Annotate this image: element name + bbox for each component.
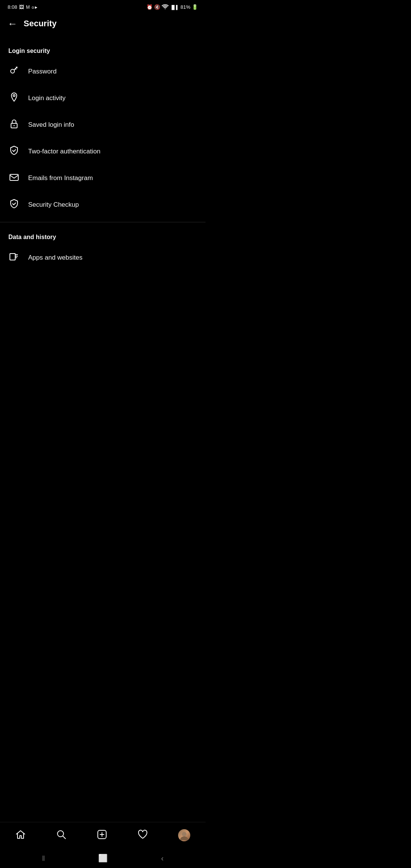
menu-item-security-checkup[interactable]: Security Checkup bbox=[0, 191, 206, 218]
emails-label: Emails from Instagram bbox=[28, 174, 93, 182]
location-icon bbox=[8, 92, 20, 105]
battery-display: 81% 🔋 bbox=[180, 4, 198, 10]
voicemail-icon: o► bbox=[32, 5, 38, 10]
mute-icon: 🔇 bbox=[154, 4, 160, 10]
lock-icon bbox=[8, 118, 20, 131]
photo-icon: 🖼 bbox=[19, 4, 24, 10]
saved-login-label: Saved login info bbox=[28, 121, 74, 129]
alarm-icon: ⏰ bbox=[147, 4, 153, 10]
wifi-icon bbox=[162, 4, 169, 10]
mail-icon bbox=[8, 172, 20, 185]
svg-point-2 bbox=[13, 95, 15, 97]
password-label: Password bbox=[28, 68, 57, 75]
menu-item-emails[interactable]: Emails from Instagram bbox=[0, 165, 206, 191]
signal-icon: ▐▌▌ bbox=[170, 5, 179, 10]
svg-rect-7 bbox=[10, 254, 15, 260]
svg-point-4 bbox=[14, 125, 15, 126]
menu-item-two-factor[interactable]: Two-factor authentication bbox=[0, 138, 206, 165]
menu-item-password[interactable]: Password bbox=[0, 58, 206, 85]
svg-point-0 bbox=[165, 8, 166, 9]
svg-rect-6 bbox=[10, 254, 15, 260]
two-factor-label: Two-factor authentication bbox=[28, 148, 100, 155]
back-button[interactable]: ← bbox=[8, 19, 18, 29]
status-bar: 8:08 🖼 M o► ⏰ 🔇 ▐▌▌ 81% 🔋 bbox=[0, 0, 206, 13]
status-left: 8:08 🖼 M o► bbox=[8, 4, 38, 10]
svg-rect-5 bbox=[10, 174, 18, 180]
login-security-section: Login security Password Login a bbox=[0, 40, 206, 218]
shield-check-icon bbox=[8, 145, 20, 158]
login-security-label: Login security bbox=[0, 40, 206, 58]
apps-icon bbox=[8, 251, 20, 264]
data-history-section: Data and history Apps and websites bbox=[0, 226, 206, 271]
main-content: Login security Password Login a bbox=[0, 36, 206, 275]
page-header: ← Security bbox=[0, 13, 206, 36]
mail-status-icon: M bbox=[26, 5, 30, 10]
page-title: Security bbox=[24, 19, 57, 29]
security-checkup-label: Security Checkup bbox=[28, 201, 79, 209]
menu-item-apps-websites[interactable]: Apps and websites bbox=[0, 244, 206, 271]
apps-websites-label: Apps and websites bbox=[28, 254, 83, 262]
login-activity-label: Login activity bbox=[28, 94, 65, 102]
key-icon bbox=[8, 65, 20, 78]
time-display: 8:08 bbox=[8, 4, 17, 10]
status-right: ⏰ 🔇 ▐▌▌ 81% 🔋 bbox=[147, 4, 198, 10]
menu-item-login-activity[interactable]: Login activity bbox=[0, 85, 206, 112]
section-divider bbox=[0, 222, 206, 222]
shield-tick-icon bbox=[8, 198, 20, 211]
menu-item-saved-login[interactable]: Saved login info bbox=[0, 112, 206, 138]
data-history-label: Data and history bbox=[0, 226, 206, 244]
